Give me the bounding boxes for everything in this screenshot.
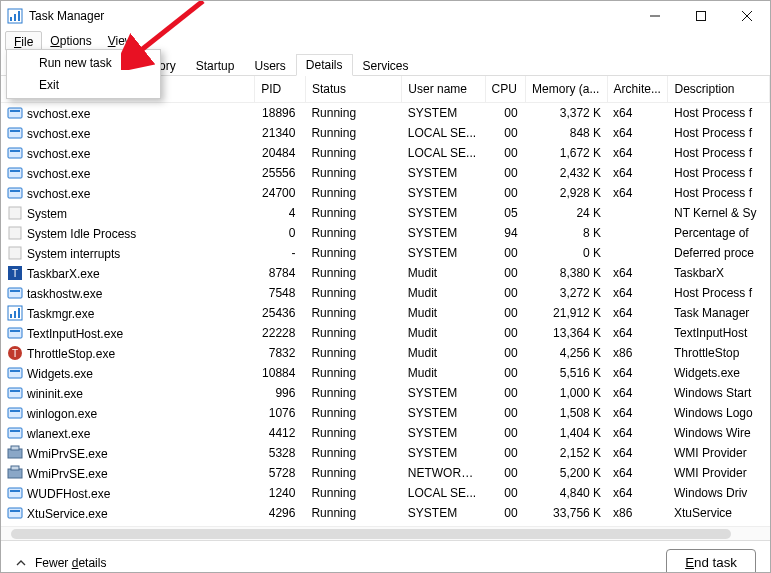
svg-rect-18 bbox=[9, 207, 21, 219]
cell-pid: 22228 bbox=[255, 323, 306, 343]
cell-desc: TextInputHost bbox=[668, 323, 770, 343]
process-icon bbox=[7, 465, 23, 481]
fewer-details-button[interactable]: Fewer details bbox=[15, 556, 106, 570]
cell-mem: 0 K bbox=[526, 243, 608, 263]
table-row[interactable]: svchost.exe20484RunningLOCAL SE...001,67… bbox=[1, 143, 770, 163]
table-row[interactable]: wlanext.exe4412RunningSYSTEM001,404 Kx64… bbox=[1, 423, 770, 443]
cell-desc: Windows Logo bbox=[668, 403, 770, 423]
horizontal-scrollbar[interactable] bbox=[1, 526, 770, 540]
end-task-button[interactable]: End task bbox=[666, 549, 756, 573]
menu-view[interactable]: View bbox=[100, 31, 142, 51]
tab-services[interactable]: Services bbox=[353, 55, 419, 76]
svg-rect-23 bbox=[8, 288, 22, 298]
cell-cpu: 00 bbox=[485, 163, 526, 183]
table-row[interactable]: winlogon.exe1076RunningSYSTEM001,508 Kx6… bbox=[1, 403, 770, 423]
svg-rect-42 bbox=[11, 446, 19, 450]
table-row[interactable]: TextInputHost.exe22228RunningMudit0013,3… bbox=[1, 323, 770, 343]
cell-user: SYSTEM bbox=[402, 243, 485, 263]
table-row[interactable]: svchost.exe21340RunningLOCAL SE...00848 … bbox=[1, 123, 770, 143]
svg-rect-19 bbox=[9, 227, 21, 239]
menu-file[interactable]: File bbox=[5, 31, 42, 51]
cell-cpu: 00 bbox=[485, 343, 526, 363]
col-mem[interactable]: Memory (a... bbox=[526, 76, 608, 103]
col-status[interactable]: Status bbox=[305, 76, 401, 103]
table-row[interactable]: System4RunningSYSTEM0524 KNT Kernel & Sy bbox=[1, 203, 770, 223]
maximize-button[interactable] bbox=[678, 1, 724, 31]
cell-user: SYSTEM bbox=[402, 223, 485, 243]
process-name: Taskmgr.exe bbox=[27, 307, 94, 321]
tab-details[interactable]: Details bbox=[296, 54, 353, 76]
cell-mem: 5,516 K bbox=[526, 363, 608, 383]
table-row[interactable]: Taskmgr.exe25436RunningMudit0021,912 Kx6… bbox=[1, 303, 770, 323]
table-row[interactable]: svchost.exe25556RunningSYSTEM002,432 Kx6… bbox=[1, 163, 770, 183]
svg-rect-33 bbox=[8, 368, 22, 378]
process-table-wrap[interactable]: Name PID Status User name CPU Memory (a.… bbox=[1, 76, 770, 526]
cell-status: Running bbox=[305, 343, 401, 363]
col-user[interactable]: User name bbox=[402, 76, 485, 103]
table-row[interactable]: System Idle Process0RunningSYSTEM948 KPe… bbox=[1, 223, 770, 243]
svg-rect-38 bbox=[10, 410, 20, 412]
col-pid[interactable]: PID bbox=[255, 76, 306, 103]
menu-exit[interactable]: Exit bbox=[9, 74, 158, 96]
menu-run-new-task[interactable]: Run new task bbox=[9, 52, 158, 74]
close-button[interactable] bbox=[724, 1, 770, 31]
svg-rect-34 bbox=[10, 370, 20, 372]
process-icon bbox=[7, 365, 23, 381]
table-row[interactable]: Widgets.exe10884RunningMudit005,516 Kx64… bbox=[1, 363, 770, 383]
table-row[interactable]: svchost.exe24700RunningSYSTEM002,928 Kx6… bbox=[1, 183, 770, 203]
table-row[interactable]: WmiPrvSE.exe5728RunningNETWORK...005,200… bbox=[1, 463, 770, 483]
process-name: wininit.exe bbox=[27, 387, 83, 401]
tab-users[interactable]: Users bbox=[244, 55, 295, 76]
process-name: System interrupts bbox=[27, 247, 120, 261]
cell-arch: x64 bbox=[607, 283, 668, 303]
process-name: svchost.exe bbox=[27, 147, 90, 161]
minimize-button[interactable] bbox=[632, 1, 678, 31]
process-icon bbox=[7, 405, 23, 421]
svg-rect-13 bbox=[10, 150, 20, 152]
col-desc[interactable]: Description bbox=[668, 76, 770, 103]
cell-arch: x64 bbox=[607, 363, 668, 383]
cell-status: Running bbox=[305, 503, 401, 523]
cell-cpu: 00 bbox=[485, 503, 526, 523]
process-name: taskhostw.exe bbox=[27, 287, 102, 301]
cell-arch: x86 bbox=[607, 343, 668, 363]
table-row[interactable]: taskhostw.exe7548RunningMudit003,272 Kx6… bbox=[1, 283, 770, 303]
table-row[interactable]: WmiPrvSE.exe5328RunningSYSTEM002,152 Kx6… bbox=[1, 443, 770, 463]
chevron-up-icon bbox=[15, 557, 27, 569]
process-icon bbox=[7, 145, 23, 161]
cell-mem: 21,912 K bbox=[526, 303, 608, 323]
cell-desc: Percentage of bbox=[668, 223, 770, 243]
cell-pid: 24700 bbox=[255, 183, 306, 203]
cell-pid: 1240 bbox=[255, 483, 306, 503]
col-cpu[interactable]: CPU bbox=[485, 76, 526, 103]
cell-arch: x64 bbox=[607, 443, 668, 463]
menu-options[interactable]: Options bbox=[42, 31, 99, 51]
cell-status: Running bbox=[305, 363, 401, 383]
table-row[interactable]: TTaskbarX.exe8784RunningMudit008,380 Kx6… bbox=[1, 263, 770, 283]
file-dropdown: Run new task Exit bbox=[6, 49, 161, 99]
cell-status: Running bbox=[305, 223, 401, 243]
table-row[interactable]: WUDFHost.exe1240RunningLOCAL SE...004,84… bbox=[1, 483, 770, 503]
cell-cpu: 00 bbox=[485, 263, 526, 283]
cell-arch bbox=[607, 223, 668, 243]
svg-rect-37 bbox=[8, 408, 22, 418]
table-row[interactable]: TThrottleStop.exe7832RunningMudit004,256… bbox=[1, 343, 770, 363]
col-arch[interactable]: Archite... bbox=[607, 76, 668, 103]
cell-user: Mudit bbox=[402, 283, 485, 303]
cell-mem: 2,928 K bbox=[526, 183, 608, 203]
menubar: File Options View bbox=[1, 31, 770, 51]
cell-cpu: 00 bbox=[485, 103, 526, 124]
cell-user: SYSTEM bbox=[402, 443, 485, 463]
process-name: svchost.exe bbox=[27, 127, 90, 141]
cell-desc: Host Process f bbox=[668, 163, 770, 183]
cell-mem: 1,000 K bbox=[526, 383, 608, 403]
table-row[interactable]: wininit.exe996RunningSYSTEM001,000 Kx64W… bbox=[1, 383, 770, 403]
cell-status: Running bbox=[305, 423, 401, 443]
tab-startup[interactable]: Startup bbox=[186, 55, 245, 76]
cell-mem: 13,364 K bbox=[526, 323, 608, 343]
table-row[interactable]: System interrupts-RunningSYSTEM000 KDefe… bbox=[1, 243, 770, 263]
table-row[interactable]: svchost.exe18896RunningSYSTEM003,372 Kx6… bbox=[1, 103, 770, 124]
table-row[interactable]: XtuService.exe4296RunningSYSTEM0033,756 … bbox=[1, 503, 770, 523]
cell-user: NETWORK... bbox=[402, 463, 485, 483]
cell-status: Running bbox=[305, 143, 401, 163]
